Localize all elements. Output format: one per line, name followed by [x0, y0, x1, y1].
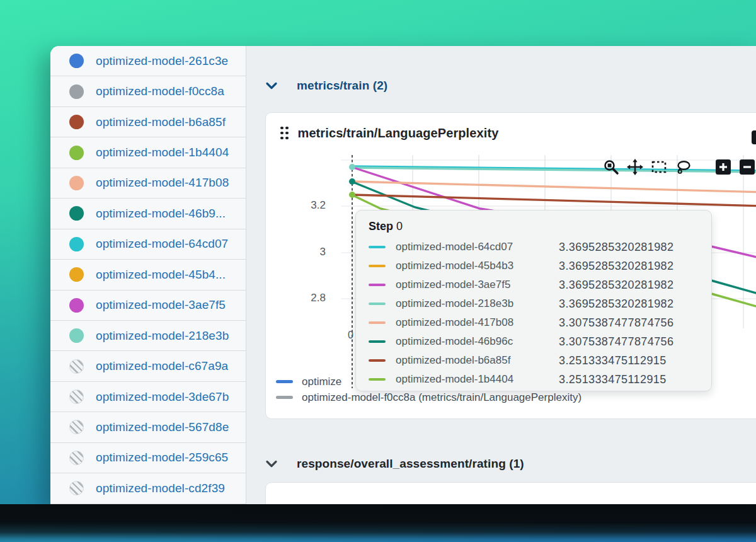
- run-list-item[interactable]: optimized-model-261c3e: [50, 46, 246, 76]
- chart-toolbar: [603, 159, 756, 175]
- tooltip-run-name: optimized-model-b6a85f: [396, 354, 559, 367]
- run-color-dot: [69, 84, 84, 99]
- run-label: optimized-model-3ae7f5: [96, 298, 226, 312]
- run-list-item[interactable]: optimized-model-567d8e: [50, 412, 246, 442]
- series-swatch: [369, 378, 386, 381]
- section-metrics-train[interactable]: metrics/train (2): [264, 78, 387, 93]
- run-label: optimized-model-259c65: [96, 451, 228, 464]
- run-list-item[interactable]: optimized-model-b6a85f: [50, 107, 246, 137]
- tooltip-step-value: 0: [396, 220, 403, 233]
- zoom-out-icon[interactable]: [739, 159, 755, 175]
- run-list-item[interactable]: optimized-model-64cd07: [50, 229, 246, 260]
- run-list-item[interactable]: optimized-model-3ae7f5: [50, 291, 246, 321]
- run-color-dot: [69, 237, 84, 251]
- legend-label: optimized-model-f0cc8a (metrics/train/La…: [302, 391, 581, 404]
- chart-hover-tooltip: Step 0 optimized-model-64cd073.369528532…: [355, 210, 712, 391]
- run-label: optimized-model-417b08: [96, 176, 229, 190]
- tooltip-row: optimized-model-417b083.3075387477874756: [356, 313, 711, 332]
- tooltip-run-name: optimized-model-417b08: [396, 316, 559, 329]
- run-color-dot: [69, 54, 84, 68]
- legend-swatch: [276, 380, 293, 383]
- tooltip-row: optimized-model-64cd073.3695285320281982: [356, 238, 711, 257]
- tooltip-run-value: 3.3695285320281982: [559, 279, 673, 292]
- zoom-in-icon[interactable]: [715, 159, 731, 175]
- series-swatch: [369, 303, 386, 306]
- run-label: optimized-model-218e3b: [96, 329, 229, 343]
- legend-swatch: [276, 396, 293, 399]
- tooltip-row: optimized-model-218e3b3.3695285320281982: [356, 294, 711, 313]
- tooltip-run-value: 3.251333475112915: [559, 373, 667, 386]
- run-color-dot: [69, 206, 84, 221]
- run-label: optimized-model-567d8e: [96, 420, 229, 434]
- legend-label: optimize: [302, 376, 341, 388]
- tooltip-run-value: 3.3075387477874756: [559, 316, 673, 330]
- run-color-dot: [69, 328, 84, 343]
- hidden-run-icon: [69, 420, 84, 434]
- run-list-item[interactable]: optimized-model-259c65: [50, 443, 246, 473]
- box-select-icon[interactable]: [651, 159, 667, 175]
- tooltip-run-value: 3.251333475112915: [559, 354, 667, 367]
- section-title: response/overall_assessment/rating (1): [297, 457, 524, 471]
- tooltip-run-name: optimized-model-218e3b: [396, 297, 559, 310]
- run-list-item[interactable]: optimized-model-3de67b: [50, 382, 246, 412]
- tooltip-run-value: 3.3695285320281982: [559, 260, 673, 273]
- run-list-item[interactable]: optimized-model-c67a9a: [50, 351, 246, 381]
- tooltip-run-name: optimized-model-3ae7f5: [396, 279, 559, 291]
- run-list-item[interactable]: optimized-model-218e3b: [50, 321, 246, 351]
- tooltip-run-name: optimized-model-1b4404: [396, 373, 559, 386]
- hidden-run-icon: [69, 359, 84, 374]
- series-swatch: [369, 265, 386, 268]
- hidden-run-icon: [69, 389, 84, 404]
- run-label: optimized-model-cd2f39: [96, 481, 225, 495]
- y-axis-tick-label: 3: [288, 246, 326, 258]
- hidden-run-icon: [69, 451, 84, 465]
- run-color-dot: [69, 267, 84, 282]
- pan-icon[interactable]: [627, 159, 643, 175]
- main-content: metrics/train (2) metrics/train/Language…: [246, 46, 756, 504]
- run-label: optimized-model-46b9...: [96, 207, 226, 221]
- legend-item[interactable]: optimized-model-f0cc8a (metrics/train/La…: [276, 389, 581, 405]
- tooltip-step-label: Step: [369, 220, 393, 233]
- y-axis-tick-label: 3.2: [288, 199, 326, 212]
- run-list-item[interactable]: optimized-model-f0cc8a: [50, 76, 246, 107]
- tooltip-run-name: optimized-model-64cd07: [396, 241, 559, 253]
- tooltip-run-value: 3.3075387477874756: [559, 335, 673, 349]
- x-axis-tick-label: 0: [348, 330, 353, 341]
- hidden-run-icon: [69, 481, 84, 495]
- run-label: optimized-model-3de67b: [96, 390, 229, 404]
- run-label: optimized-model-45b4...: [96, 268, 226, 282]
- tooltip-step: Step 0: [369, 220, 699, 233]
- lasso-select-icon[interactable]: [675, 159, 691, 175]
- tooltip-run-name: optimized-model-45b4b3: [396, 260, 559, 272]
- run-list-item[interactable]: optimized-model-1b4404: [50, 137, 246, 168]
- series-swatch: [369, 340, 386, 343]
- series-swatch: [369, 284, 386, 287]
- tooltip-row: optimized-model-45b4b33.3695285320281982: [356, 257, 711, 275]
- chevron-down-icon: [264, 456, 279, 471]
- run-color-dot: [69, 298, 84, 313]
- run-label: optimized-model-b6a85f: [96, 115, 226, 129]
- metric-chart-card: metrics/train/LanguagePerplexity 3.232.8…: [265, 112, 756, 419]
- run-list-item[interactable]: optimized-model-417b08: [50, 168, 246, 199]
- run-color-dot: [69, 146, 84, 160]
- rating-chart-card: [265, 482, 756, 504]
- run-color-dot: [69, 115, 84, 129]
- window-bottom-shadow: [0, 504, 756, 542]
- series-swatch: [369, 246, 386, 249]
- zoom-box-icon[interactable]: [603, 159, 619, 175]
- app-window: optimized-model-261c3eoptimized-model-f0…: [50, 46, 756, 504]
- section-response-rating[interactable]: response/overall_assessment/rating (1): [264, 456, 524, 471]
- run-list-item[interactable]: optimized-model-46b9...: [50, 199, 246, 229]
- tooltip-rows: optimized-model-64cd073.3695285320281982…: [356, 238, 711, 389]
- tooltip-run-value: 3.3695285320281982: [559, 297, 673, 311]
- run-label: optimized-model-261c3e: [96, 54, 228, 68]
- tooltip-row: optimized-model-1b44043.251333475112915: [356, 370, 711, 389]
- y-axis-tick-label: 2.8: [288, 292, 326, 304]
- series-swatch: [369, 359, 386, 362]
- run-label: optimized-model-c67a9a: [96, 359, 228, 373]
- tooltip-run-name: optimized-model-46b96c: [396, 335, 559, 348]
- run-list-item[interactable]: optimized-model-45b4...: [50, 260, 246, 290]
- tooltip-run-value: 3.3695285320281982: [559, 241, 673, 254]
- run-list-item[interactable]: optimized-model-cd2f39: [50, 473, 246, 504]
- run-color-dot: [69, 176, 84, 190]
